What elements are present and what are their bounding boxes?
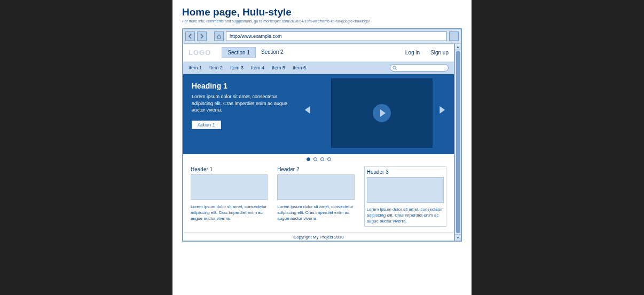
page-content: LOGO Section 1 Section 2 Log in Sign up … <box>183 44 454 241</box>
browser-toolbar: http://www.example.com <box>183 29 461 44</box>
home-button[interactable] <box>214 31 224 41</box>
card-2-header: Header 2 <box>277 166 354 172</box>
scrollbar[interactable]: ▲ ▼ <box>454 44 461 241</box>
card-2-image[interactable] <box>277 174 354 200</box>
search-input[interactable] <box>390 64 449 71</box>
triangle-right-icon <box>439 105 446 115</box>
hero-action-button[interactable]: Action 1 <box>192 121 221 129</box>
play-icon <box>373 104 391 122</box>
dot-3[interactable] <box>320 157 324 161</box>
footer: Copyright My Project 2010 <box>183 232 454 241</box>
card-1-text: Lorem ipsum dolor sit amet, consectetur … <box>191 204 268 221</box>
login-link[interactable]: Log in <box>405 50 420 55</box>
dot-4[interactable] <box>327 157 331 161</box>
card-3: Header 3 Lorem ipsum dolor sit amet, con… <box>364 166 446 227</box>
scroll-up-icon[interactable]: ▲ <box>455 44 461 50</box>
card-2: Header 2 Lorem ipsum dolor sit amet, con… <box>277 166 354 227</box>
scroll-down-icon[interactable]: ▼ <box>455 234 461 241</box>
forward-button[interactable] <box>197 31 207 41</box>
subnav-item-5[interactable]: Item 5 <box>272 65 285 70</box>
browser-window: http://www.example.com LOGO Section 1 Se… <box>182 28 462 242</box>
doc-subtitle: For more info, comments and suggestions,… <box>182 19 462 23</box>
doc-title: Home page, Hulu-style <box>182 6 462 18</box>
dot-2[interactable] <box>313 157 317 161</box>
cards-row: Header 1 Lorem ipsum dolor sit amet, con… <box>183 164 454 232</box>
subnav-item-3[interactable]: Item 3 <box>230 65 244 70</box>
card-3-text: Lorem ipsum dolor sit amet, consectetur … <box>367 207 444 224</box>
arrow-left-icon <box>187 34 193 39</box>
card-1-header: Header 1 <box>191 166 268 172</box>
hero: Heading 1 Lorem ipsum dolor sit amet, co… <box>183 74 454 154</box>
triangle-left-icon <box>303 105 311 115</box>
url-text: http://www.example.com <box>230 34 282 39</box>
url-bar[interactable]: http://www.example.com <box>226 31 447 41</box>
subnav-item-4[interactable]: Item 4 <box>251 65 264 70</box>
card-1-image[interactable] <box>191 174 268 200</box>
carousel-dots <box>183 154 454 164</box>
carousel-next[interactable] <box>439 105 446 117</box>
carousel-prev[interactable] <box>303 105 311 117</box>
search-icon <box>392 66 397 70</box>
subnav-item-6[interactable]: Item 6 <box>293 65 306 70</box>
hero-text: Lorem ipsum dolor sit amet, consectetur … <box>192 93 288 114</box>
signup-link[interactable]: Sign up <box>430 50 449 55</box>
page-area: LOGO Section 1 Section 2 Log in Sign up … <box>183 44 461 241</box>
card-3-image[interactable] <box>367 177 444 203</box>
section-tabs: Section 1 Section 2 <box>222 47 288 58</box>
card-1: Header 1 Lorem ipsum dolor sit amet, con… <box>191 166 268 227</box>
site-header: LOGO Section 1 Section 2 Log in Sign up <box>183 44 454 62</box>
svg-point-0 <box>393 66 396 68</box>
scroll-thumb[interactable] <box>456 51 460 233</box>
logo: LOGO <box>189 49 211 57</box>
arrow-right-icon <box>199 34 205 39</box>
back-button[interactable] <box>185 31 195 41</box>
subnav-item-1[interactable]: Item 1 <box>189 65 202 70</box>
card-2-text: Lorem ipsum dolor sit amet, consectetur … <box>277 204 354 221</box>
document: Home page, Hulu-style For more info, com… <box>172 0 472 295</box>
card-3-header: Header 3 <box>367 169 444 175</box>
tab-section-2[interactable]: Section 2 <box>256 47 289 58</box>
go-button[interactable] <box>449 31 459 41</box>
svg-line-1 <box>396 68 397 70</box>
subnav: Item 1 Item 2 Item 3 Item 4 Item 5 Item … <box>183 62 454 74</box>
dot-1[interactable] <box>307 157 310 161</box>
video-thumbnail[interactable] <box>331 78 433 148</box>
tab-section-1[interactable]: Section 1 <box>222 47 256 58</box>
subnav-item-2[interactable]: Item 2 <box>209 65 223 70</box>
home-icon <box>216 34 222 39</box>
